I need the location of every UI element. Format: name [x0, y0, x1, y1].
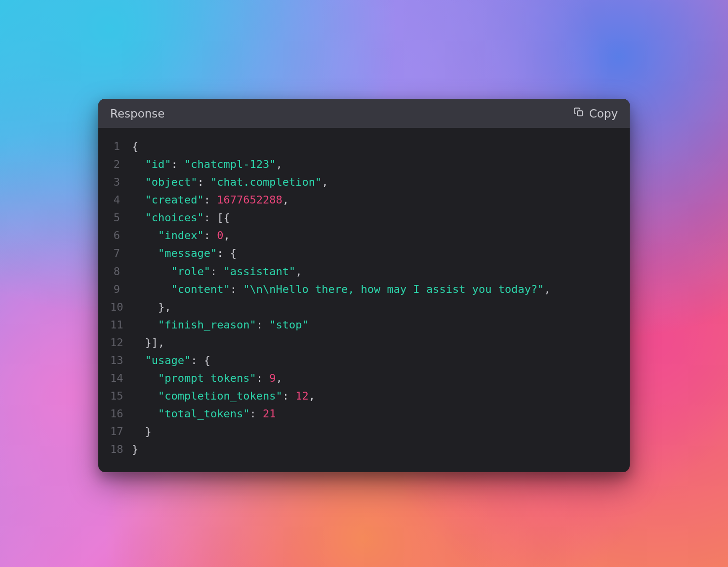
code-token: "choices": [145, 211, 204, 224]
line-content: "object": "chat.completion",: [132, 173, 618, 191]
line-number: 3: [110, 173, 132, 191]
code-token: "usage": [145, 354, 191, 366]
code-token: :: [204, 194, 217, 206]
code-token: "stop": [269, 319, 308, 331]
line-number: 5: [110, 209, 132, 227]
code-token: 21: [263, 407, 276, 420]
code-token: ,: [544, 283, 550, 295]
code-line: 18}: [110, 441, 618, 458]
code-token: "\n\nHello there, how may I assist you t…: [243, 283, 544, 295]
line-number: 4: [110, 191, 132, 209]
code-line: 5 "choices": [{: [110, 209, 618, 227]
code-token: "message": [158, 247, 217, 259]
code-token: "prompt_tokens": [158, 372, 256, 384]
code-token: ,: [309, 390, 315, 402]
copy-label: Copy: [589, 107, 618, 120]
code-token: [132, 265, 171, 278]
code-line: 3 "object": "chat.completion",: [110, 173, 618, 191]
code-token: : [{: [204, 211, 230, 224]
code-line: 6 "index": 0,: [110, 227, 618, 244]
code-token: "role": [171, 265, 210, 278]
line-number: 16: [110, 405, 132, 423]
code-token: {: [132, 140, 138, 153]
code-token: "created": [145, 194, 204, 206]
code-token: :: [171, 158, 184, 170]
code-token: :: [249, 407, 263, 420]
code-token: : {: [191, 354, 210, 366]
code-line: 2 "id": "chatcmpl-123",: [110, 156, 618, 173]
code-token: ,: [295, 265, 302, 278]
code-token: :: [204, 229, 217, 242]
line-number: 9: [110, 281, 132, 298]
line-number: 8: [110, 263, 132, 281]
line-content: "index": 0,: [132, 227, 618, 244]
line-content: },: [132, 298, 618, 316]
line-content: }: [132, 423, 618, 441]
code-token: [132, 407, 158, 420]
code-token: ,: [322, 176, 328, 188]
code-line: 11 "finish_reason": "stop": [110, 316, 618, 334]
line-content: }],: [132, 334, 618, 352]
code-token: [132, 194, 145, 206]
code-token: "object": [145, 176, 198, 188]
code-token: [132, 283, 171, 295]
line-number: 10: [110, 298, 132, 316]
line-content: "choices": [{: [132, 209, 618, 227]
copy-button[interactable]: Copy: [573, 107, 618, 120]
code-line: 14 "prompt_tokens": 9,: [110, 369, 618, 387]
code-token: "total_tokens": [158, 407, 249, 420]
line-number: 13: [110, 352, 132, 369]
code-token: 0: [217, 229, 223, 242]
code-token: ,: [223, 229, 230, 242]
code-line: 16 "total_tokens": 21: [110, 405, 618, 423]
code-token: }],: [132, 336, 164, 349]
code-token: }: [132, 443, 138, 455]
line-number: 18: [110, 441, 132, 458]
code-token: "content": [171, 283, 230, 295]
code-token: "chatcmpl-123": [184, 158, 276, 170]
code-line: 13 "usage": {: [110, 352, 618, 369]
code-token: [132, 247, 158, 259]
code-body[interactable]: 1{2 "id": "chatcmpl-123",3 "object": "ch…: [98, 128, 630, 472]
header-title: Response: [110, 107, 164, 120]
svg-rect-0: [577, 111, 582, 116]
line-number: 12: [110, 334, 132, 352]
code-token: :: [256, 319, 270, 331]
code-token: "id": [145, 158, 171, 170]
code-token: "finish_reason": [158, 319, 256, 331]
code-token: 1677652288: [217, 194, 282, 206]
code-line: 15 "completion_tokens": 12,: [110, 387, 618, 405]
code-line: 7 "message": {: [110, 244, 618, 262]
line-number: 14: [110, 369, 132, 387]
line-content: {: [132, 138, 618, 156]
code-token: 12: [295, 390, 309, 402]
code-token: "completion_tokens": [158, 390, 283, 402]
line-content: "created": 1677652288,: [132, 191, 618, 209]
line-content: "total_tokens": 21: [132, 405, 618, 423]
code-token: [132, 390, 158, 402]
line-number: 7: [110, 244, 132, 262]
code-token: :: [256, 372, 270, 384]
code-token: },: [132, 301, 171, 313]
code-line: 10 },: [110, 298, 618, 316]
window-header: Response Copy: [98, 99, 630, 128]
code-token: :: [197, 176, 210, 188]
code-token: "index": [158, 229, 204, 242]
line-number: 1: [110, 138, 132, 156]
code-line: 8 "role": "assistant",: [110, 263, 618, 281]
line-content: "usage": {: [132, 352, 618, 369]
code-token: 9: [269, 372, 276, 384]
line-content: "role": "assistant",: [132, 263, 618, 281]
line-number: 2: [110, 156, 132, 173]
code-token: "chat.completion": [210, 176, 322, 188]
code-token: :: [230, 283, 243, 295]
line-content: "completion_tokens": 12,: [132, 387, 618, 405]
code-token: [132, 176, 145, 188]
line-content: "content": "\n\nHello there, how may I a…: [132, 281, 618, 298]
code-line: 12 }],: [110, 334, 618, 352]
code-token: "assistant": [223, 265, 295, 278]
line-number: 6: [110, 227, 132, 244]
code-token: [132, 211, 145, 224]
code-token: :: [283, 390, 296, 402]
code-token: [132, 229, 158, 242]
